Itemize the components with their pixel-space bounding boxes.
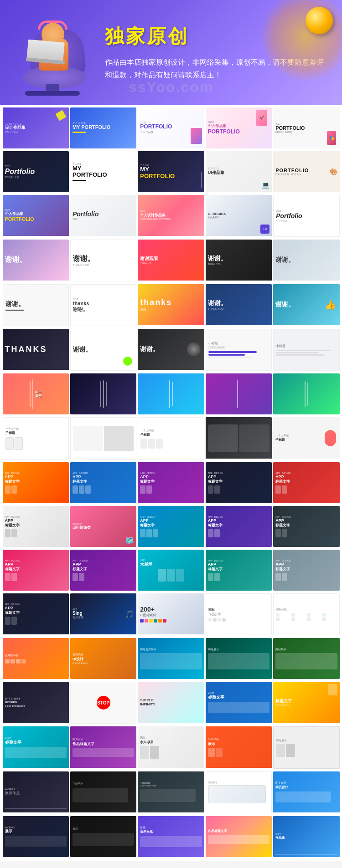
slide-17-4[interactable]: 作品标题文字 [206,816,272,857]
slide-11-3[interactable]: APP 大展示 [138,550,204,591]
slide-5-5[interactable]: 谢谢。 👍 [273,284,339,326]
slide-1-3[interactable]: 2022 PORTFOLIO 个人作品集 [138,107,204,148]
slide-11-2[interactable]: APP · DESIGN APP 标题文字 [70,550,136,591]
banner-description: 作品由本店独家原创设计，非网络采集，原创不易，请不要随意差评和退款，对作品有疑问… [105,56,328,81]
slide-17-1[interactable]: WORKS 展示 [3,816,69,857]
slide-3-2[interactable]: Portfolio 2022 [70,195,136,237]
slide-1-5[interactable]: 2022 PORTFOLIO DESIGN WORK 🎭 [273,107,339,148]
slide-14-3[interactable]: SIMPLE INFINITY [138,682,204,724]
slide-6-5[interactable]: 小标题 [273,329,339,371]
slide-7-5[interactable] [273,373,339,414]
slide-17-2[interactable]: 展示 [70,816,136,857]
slide-4-4[interactable]: 谢谢。 THANK YOU [206,240,272,281]
slide-2-1[interactable]: 2022 Portfolio 2021设计作品 [3,151,69,192]
slide-2-2[interactable]: 个人品集 MYPORTFOLIO [70,151,136,192]
slide-11-1[interactable]: APP · DESIGN APP 标题文字 [3,550,69,591]
slide-12-3[interactable]: 200+ UI图标素材 [138,593,204,635]
slide-6-2[interactable]: 谢谢。 [70,329,136,371]
grid-row-12: APP · DESIGN APP 标题文字 APP Sing [2,593,340,636]
slide-10-4[interactable]: APP · DESIGN APP 标题文字 [206,506,272,547]
slide-7-3[interactable] [138,373,204,414]
slide-4-3[interactable]: 谢谢观看 THANKS [138,240,204,281]
grid-row-10: APP · DESIGN APP 标题文字 项目名称 出行旅游类 [2,505,340,547]
slide-9-2[interactable]: APP · DESIGN APP 标题文字 [70,462,136,503]
slide-14-1[interactable]: DIFFERENTMODERNAPPLICATIONS [3,682,69,724]
grid-row-15: WEB 标题文字 网页设计 作品标题文字 [2,726,340,769]
slide-2-4[interactable]: 2021-2022 UI作品集 💻 [206,151,272,192]
slides-grid: PORTFOLIO 设计作品集 2021-2022 个人作品集 MY PORTF… [0,105,342,861]
slide-13-5[interactable]: 网站展示 [273,638,339,679]
slide-15-2[interactable]: 网页设计 作品标题文字 [70,726,136,768]
slide-15-5[interactable]: 网站展示 [273,726,339,768]
slide-16-5[interactable]: 图文布局 网页设计 [273,771,339,813]
slide-7-2[interactable] [70,373,136,414]
slide-12-4[interactable]: 图标 作品分享 [206,593,272,635]
slide-17-3[interactable]: 标题 演示文稿 [138,816,204,857]
slide-5-4[interactable]: 谢谢。 THANK YOU [206,284,272,326]
slide-1-1[interactable]: PORTFOLIO 设计作品集 2021-2022 [3,107,69,148]
grid-row-6: THANKS 谢谢。 谢谢。 [2,328,340,372]
slide-14-4[interactable]: WEB 标题文字 [206,682,272,724]
slide-6-4[interactable]: 小标题 文字说明内容 [206,329,272,371]
slide-3-1[interactable]: 2022 个人作品集 PORTFOLIO [3,195,69,237]
slide-1-2[interactable]: 个人作品集 MY PORTFOLIO [70,107,136,148]
grid-row-4: 谢谢。 谢谢。 THANK YOU 谢谢观看 T [2,239,340,282]
slide-16-1[interactable]: WORKS 展示作品 [3,771,69,813]
slide-4-1[interactable]: 谢谢。 [3,240,69,281]
grid-row-13: 互用图标标 通用美食 UI设计 [2,638,340,680]
slide-11-5[interactable]: APP · DESIGN APP 标题文字 [273,550,339,591]
slide-3-4[interactable]: UI DESIGN 作品集展示 UI [206,195,272,237]
grid-row-11: APP · DESIGN APP 标题文字 APP · DESIGN [2,549,340,591]
slide-14-2[interactable]: STOP [70,682,136,724]
slide-4-2[interactable]: 谢谢。 THANK YOU [70,240,136,281]
slide-13-2[interactable]: 通用美食 UI设计 Food UI Design [70,638,136,679]
slide-9-5[interactable]: APP · DESIGN APP 标题文字 [273,462,339,503]
grid-row-7: APP展示 [2,373,340,415]
slide-4-5[interactable]: 谢谢。 [273,240,339,281]
slide-16-3[interactable]: Timeline Concealment [138,771,204,813]
slide-8-3[interactable]: 一个上中的 子标题 [138,417,204,459]
slide-6-3[interactable]: 谢谢。 [138,329,204,371]
slide-1-4[interactable]: 2022 个人作品集 PORTFOLIO 🚀 [206,107,272,148]
slide-10-2[interactable]: 项目名称 出行旅游类 🗺️ [70,506,136,547]
slide-2-5[interactable]: PORTFOLIO DESIGN WORK 🎨 [273,151,339,192]
slide-12-5[interactable]: 图标分组 [273,593,339,635]
slide-10-3[interactable]: APP · DESIGN APP 标题文字 [138,506,204,547]
slide-15-3[interactable]: 网站 永久/项目 [138,726,204,768]
grid-row-16: WORKS 展示作品 作品展示 [2,771,340,814]
grid-row-3: 2022 个人作品集 PORTFOLIO Portfolio 2022 [2,194,340,237]
slide-8-2[interactable] [70,417,136,459]
slide-8-5[interactable]: 一个上中的 子标题 [273,417,339,459]
slide-10-5[interactable]: APP · DESIGN APP 标题文字 [273,506,339,547]
slide-14-5[interactable]: 标题文字 WEB DESIGN [273,682,339,724]
slide-12-1[interactable]: APP · DESIGN APP 标题文字 [3,593,69,635]
slide-17-5[interactable]: PPT 作品集 [273,816,339,857]
slide-15-1[interactable]: WEB 标题文字 [3,726,69,768]
header-banner: 独家原创 作品由本店独家原创设计，非网络采集，原创不易，请不要随意差评和退款，对… [0,0,342,105]
slide-3-3[interactable]: 2022 个人设计作品集 PERSONAL DESIGN WORKS [138,195,204,237]
slide-9-4[interactable]: APP · DESIGN APP 标题文字 [206,462,272,503]
slide-3-5[interactable]: 2022 Portfolio 个人作品集 [273,195,339,237]
banner-3d-figure [14,9,96,96]
slide-5-3[interactable]: thanks 谢谢。 [138,284,204,326]
slide-15-4[interactable]: 电商界面 展示 [206,726,272,768]
slide-10-1[interactable]: APP · DESIGN APP 标题文字 [3,506,69,547]
slide-8-1[interactable]: 一个上中的 子标题 [3,417,69,459]
slide-12-2[interactable]: APP Sing 音乐应用 🎵 [70,593,136,635]
slide-7-1[interactable]: APP展示 [3,373,69,414]
slide-8-4[interactable] [206,417,272,459]
slide-5-1[interactable]: 谢谢。 [3,284,69,326]
grid-row-8: 一个上中的 子标题 [2,417,340,460]
slide-6-1[interactable]: THANKS [3,329,69,371]
slide-13-1[interactable]: 互用图标标 [3,638,69,679]
slide-13-3[interactable]: 网站首页展示 [138,638,204,679]
slide-9-3[interactable]: APP · DESIGN APP 标题文字 [138,462,204,503]
slide-2-3[interactable]: 个人品集 MYPORTFOLIO [138,151,204,192]
slide-16-2[interactable]: 作品展示 [70,771,136,813]
slide-13-4[interactable]: 网站展示 [206,638,272,679]
slide-9-1[interactable]: APP · DESIGN APP 标题文字 [3,462,69,503]
slide-5-2[interactable]: end. thanks 谢谢。 [70,284,136,326]
slide-16-4[interactable]: 网页展示 [206,771,272,813]
slide-11-4[interactable]: APP · DESIGN APP 标题文字 [206,550,272,591]
slide-7-4[interactable] [206,373,272,414]
